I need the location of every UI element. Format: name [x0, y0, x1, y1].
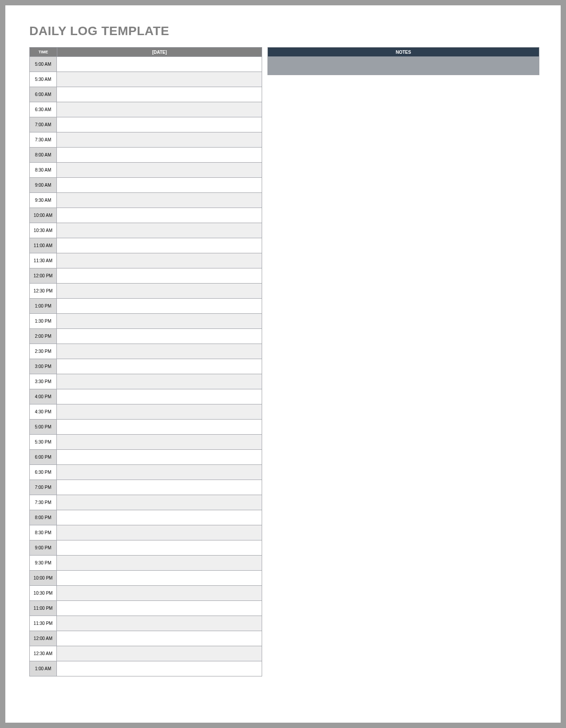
activity-cell[interactable] [57, 193, 262, 208]
page-title: DAILY LOG TEMPLATE [29, 24, 539, 38]
date-header: [DATE] [57, 47, 262, 57]
time-cell: 8:00 AM [29, 148, 57, 163]
table-row: 7:00 PM [29, 480, 262, 495]
table-row: 5:00 AM [29, 57, 262, 72]
activity-cell[interactable] [57, 510, 262, 525]
table-row: 9:00 PM [29, 540, 262, 556]
table-row: 9:30 PM [29, 556, 262, 571]
activity-cell[interactable] [57, 102, 262, 117]
activity-cell[interactable] [57, 344, 262, 359]
activity-cell[interactable] [57, 646, 262, 661]
activity-cell[interactable] [57, 601, 262, 616]
activity-cell[interactable] [57, 616, 262, 631]
table-row: 12:30 AM [29, 646, 262, 661]
table-row: 10:00 AM [29, 208, 262, 223]
table-row: 8:00 PM [29, 510, 262, 525]
table-row: 4:00 PM [29, 389, 262, 404]
table-row: 12:30 PM [29, 284, 262, 299]
activity-cell[interactable] [57, 57, 262, 72]
activity-cell[interactable] [57, 450, 262, 465]
time-cell: 6:30 PM [29, 465, 57, 480]
table-row: 3:30 PM [29, 374, 262, 389]
activity-cell[interactable] [57, 465, 262, 480]
activity-cell[interactable] [57, 586, 262, 601]
table-row: 7:30 PM [29, 495, 262, 510]
time-cell: 7:30 AM [29, 132, 57, 148]
activity-cell[interactable] [57, 148, 262, 163]
table-row: 3:00 PM [29, 359, 262, 374]
time-cell: 11:30 PM [29, 616, 57, 631]
table-row: 1:30 PM [29, 314, 262, 329]
activity-cell[interactable] [57, 208, 262, 223]
activity-cell[interactable] [57, 253, 262, 268]
table-row: 11:00 AM [29, 238, 262, 253]
activity-cell[interactable] [57, 72, 262, 87]
table-row: 12:00 PM [29, 268, 262, 284]
right-body [267, 57, 539, 75]
activity-cell[interactable] [57, 163, 262, 178]
time-cell: 5:30 AM [29, 72, 57, 87]
time-cell: 11:00 PM [29, 601, 57, 616]
table-row: 10:30 AM [29, 223, 262, 238]
activity-cell[interactable] [57, 359, 262, 374]
time-cell: 1:00 AM [29, 661, 57, 676]
table-row: 5:00 PM [29, 420, 262, 435]
activity-cell[interactable] [57, 571, 262, 586]
left-header-row: TIME [DATE] [29, 47, 262, 57]
activity-cell[interactable] [57, 661, 262, 676]
table-row: 8:00 AM [29, 148, 262, 163]
activity-cell[interactable] [57, 540, 262, 556]
notes-cell[interactable] [267, 75, 539, 75]
time-cell: 3:00 PM [29, 359, 57, 374]
activity-cell[interactable] [57, 223, 262, 238]
time-cell: 1:30 PM [29, 314, 57, 329]
activity-cell[interactable] [57, 238, 262, 253]
page-frame: DAILY LOG TEMPLATE TIME [DATE] 5:00 AM5:… [0, 0, 566, 728]
time-cell: 8:30 PM [29, 525, 57, 540]
table-row: 6:00 AM [29, 87, 262, 102]
left-body: 5:00 AM5:30 AM6:00 AM6:30 AM7:00 AM7:30 … [29, 57, 262, 676]
time-cell: 11:30 AM [29, 253, 57, 268]
activity-cell[interactable] [57, 495, 262, 510]
activity-cell[interactable] [57, 389, 262, 404]
activity-cell[interactable] [57, 117, 262, 132]
time-cell: 6:00 PM [29, 450, 57, 465]
table-row: 2:00 PM [29, 329, 262, 344]
table-row: 5:30 PM [29, 435, 262, 450]
time-cell: 6:00 AM [29, 87, 57, 102]
time-cell: 4:00 PM [29, 389, 57, 404]
activity-cell[interactable] [57, 631, 262, 646]
activity-cell[interactable] [57, 420, 262, 435]
activity-cell[interactable] [57, 299, 262, 314]
activity-cell[interactable] [57, 556, 262, 571]
activity-cell[interactable] [57, 132, 262, 148]
activity-cell[interactable] [57, 87, 262, 102]
table-row: 6:00 PM [29, 450, 262, 465]
time-cell: 10:00 PM [29, 571, 57, 586]
activity-cell[interactable] [57, 480, 262, 495]
time-cell: 2:30 PM [29, 344, 57, 359]
table-row: 9:30 AM [29, 193, 262, 208]
table-row: 5:30 AM [29, 72, 262, 87]
right-header-row: NOTES [267, 47, 539, 57]
table-row: 11:30 AM [29, 253, 262, 268]
activity-cell[interactable] [57, 374, 262, 389]
table-row: 1:00 PM [29, 299, 262, 314]
time-cell: 9:30 PM [29, 556, 57, 571]
table-row: 1:00 AM [29, 661, 262, 676]
activity-cell[interactable] [57, 314, 262, 329]
activity-cell[interactable] [57, 284, 262, 299]
activity-cell[interactable] [57, 525, 262, 540]
activity-cell[interactable] [57, 329, 262, 344]
time-cell: 5:30 PM [29, 435, 57, 450]
activity-cell[interactable] [57, 435, 262, 450]
time-cell: 9:00 AM [29, 178, 57, 193]
time-cell: 10:30 AM [29, 223, 57, 238]
activity-cell[interactable] [57, 404, 262, 420]
time-cell: 5:00 PM [29, 420, 57, 435]
activity-cell[interactable] [57, 268, 262, 284]
time-cell: 12:30 AM [29, 646, 57, 661]
time-activity-column: TIME [DATE] 5:00 AM5:30 AM6:00 AM6:30 AM… [29, 47, 262, 676]
time-cell: 4:30 PM [29, 404, 57, 420]
activity-cell[interactable] [57, 178, 262, 193]
